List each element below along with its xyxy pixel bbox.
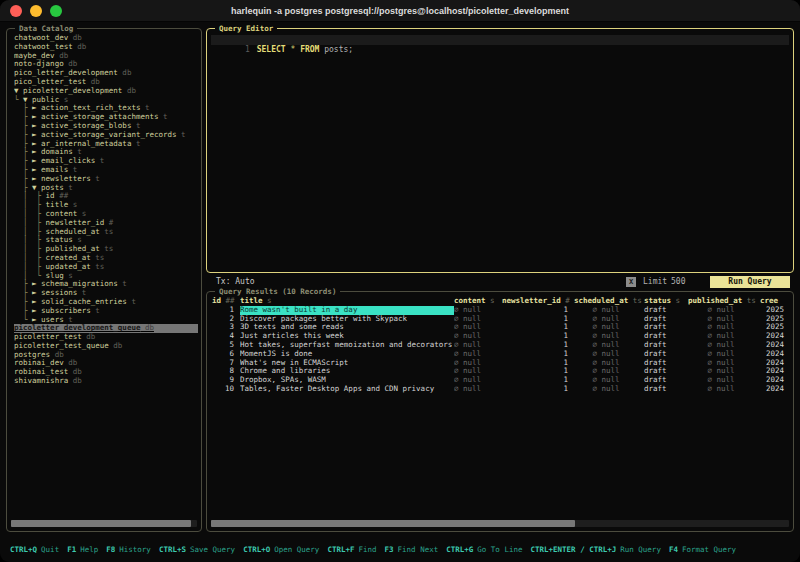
- table-cell[interactable]: draft: [644, 385, 688, 394]
- table-cell[interactable]: 1: [502, 350, 574, 359]
- table-cell[interactable]: ∅ null: [454, 359, 502, 368]
- table-cell[interactable]: ∅ null: [688, 385, 760, 394]
- table-cell[interactable]: ∅ null: [574, 359, 644, 368]
- table-cell[interactable]: ∅ null: [688, 323, 760, 332]
- column-header-newsletter_id[interactable]: newsletter_id #: [502, 297, 574, 306]
- table-cell[interactable]: ∅ null: [688, 367, 760, 376]
- table-row[interactable]: 2Discover packages better with Skypack∅ …: [212, 315, 790, 324]
- table-cell[interactable]: Chrome and libraries: [240, 367, 454, 376]
- table-cell[interactable]: ∅ null: [454, 306, 502, 315]
- table-cell[interactable]: 2024: [760, 367, 790, 376]
- table-cell[interactable]: ∅ null: [454, 376, 502, 385]
- query-editor-panel[interactable]: Query Editor 1SELECT * FROM posts;: [206, 28, 794, 273]
- column-header-published_at[interactable]: published_at ts: [688, 297, 760, 306]
- table-cell[interactable]: draft: [644, 332, 688, 341]
- column-header-id[interactable]: id ##: [212, 297, 240, 306]
- table-cell[interactable]: ∅ null: [688, 376, 760, 385]
- table-cell[interactable]: 1: [502, 367, 574, 376]
- table-cell[interactable]: ∅ null: [688, 341, 760, 350]
- table-row[interactable]: 1Rome wasn't built in a day∅ null1∅ null…: [212, 306, 790, 315]
- footer-binding-format-query[interactable]: F4Format Query: [669, 543, 736, 557]
- table-cell[interactable]: ∅ null: [454, 385, 502, 394]
- table-cell[interactable]: Just articles this week: [240, 332, 454, 341]
- catalog-tree[interactable]: chatwoot_dev dbchatwoot_test dbmaybe_dev…: [14, 34, 198, 517]
- table-cell[interactable]: Dropbox, SPAs, WASM: [240, 376, 454, 385]
- table-cell[interactable]: Hot takes, superfast memoization and dec…: [240, 341, 454, 350]
- footer-binding-find-next[interactable]: F3Find Next: [385, 543, 439, 557]
- table-cell[interactable]: ∅ null: [574, 323, 644, 332]
- catalog-scrollbar-thumb[interactable]: [11, 520, 191, 527]
- table-cell[interactable]: 2024: [760, 350, 790, 359]
- table-cell[interactable]: 8: [212, 367, 240, 376]
- table-cell[interactable]: ∅ null: [688, 359, 760, 368]
- column-header-scheduled_at[interactable]: scheduled_at ts: [574, 297, 644, 306]
- table-cell[interactable]: 1: [212, 306, 240, 315]
- table-cell[interactable]: ∅ null: [574, 367, 644, 376]
- table-cell[interactable]: 5: [212, 341, 240, 350]
- results-scrollbar-thumb[interactable]: [211, 520, 575, 527]
- table-cell[interactable]: 2024: [760, 332, 790, 341]
- table-cell[interactable]: ∅ null: [454, 350, 502, 359]
- table-cell[interactable]: 4: [212, 332, 240, 341]
- table-cell[interactable]: 1: [502, 315, 574, 324]
- minimize-icon[interactable]: [30, 5, 42, 17]
- table-cell[interactable]: 3D texts and some reads: [240, 323, 454, 332]
- editor-current-line[interactable]: 1SELECT * FROM posts;: [211, 35, 789, 45]
- table-cell[interactable]: 1: [502, 376, 574, 385]
- column-header-status[interactable]: status s: [644, 297, 688, 306]
- table-cell[interactable]: ∅ null: [454, 341, 502, 350]
- table-row[interactable]: 9Dropbox, SPAs, WASM∅ null1∅ nulldraft∅ …: [212, 376, 790, 385]
- table-cell[interactable]: ∅ null: [574, 306, 644, 315]
- table-cell[interactable]: 2024: [760, 376, 790, 385]
- table-row[interactable]: 6MomentJS is done∅ null1∅ nulldraft∅ nul…: [212, 350, 790, 359]
- close-icon[interactable]: [10, 5, 22, 17]
- table-cell[interactable]: ∅ null: [454, 315, 502, 324]
- column-header-content[interactable]: content s: [454, 297, 502, 306]
- table-cell[interactable]: draft: [644, 323, 688, 332]
- table-cell[interactable]: ∅ null: [688, 306, 760, 315]
- table-cell[interactable]: ∅ null: [454, 323, 502, 332]
- table-cell[interactable]: 2: [212, 315, 240, 324]
- table-cell[interactable]: 6: [212, 350, 240, 359]
- table-row[interactable]: 10Tables, Faster Desktop Apps and CDN pr…: [212, 385, 790, 394]
- table-cell[interactable]: 2024: [760, 359, 790, 368]
- maximize-icon[interactable]: [50, 5, 62, 17]
- table-cell[interactable]: 7: [212, 359, 240, 368]
- table-cell[interactable]: ∅ null: [574, 315, 644, 324]
- table-cell[interactable]: 9: [212, 376, 240, 385]
- table-cell[interactable]: 2024: [760, 385, 790, 394]
- table-cell[interactable]: What's new in ECMAScript: [240, 359, 454, 368]
- table-cell[interactable]: draft: [644, 306, 688, 315]
- table-cell[interactable]: ∅ null: [574, 341, 644, 350]
- table-cell[interactable]: draft: [644, 359, 688, 368]
- tree-item-shivamnishra[interactable]: shivamnishra db: [14, 377, 198, 386]
- table-cell[interactable]: ∅ null: [454, 367, 502, 376]
- footer-binding-go-to-line[interactable]: CTRL+GGo To Line: [446, 543, 522, 557]
- table-cell[interactable]: 1: [502, 306, 574, 315]
- column-header-cree[interactable]: cree: [760, 297, 790, 306]
- table-cell[interactable]: 2025: [760, 323, 790, 332]
- footer-binding-run-query[interactable]: CTRL+ENTER / CTRL+JRun Query: [530, 543, 660, 557]
- table-cell[interactable]: 10: [212, 385, 240, 394]
- footer-binding-find[interactable]: CTRL+FFind: [327, 543, 376, 557]
- table-cell[interactable]: ∅ null: [688, 350, 760, 359]
- transaction-mode-label[interactable]: Tx: Auto: [216, 277, 255, 286]
- table-cell[interactable]: ∅ null: [688, 332, 760, 341]
- table-row[interactable]: 7What's new in ECMAScript∅ null1∅ nulldr…: [212, 359, 790, 368]
- footer-binding-open-query[interactable]: CTRL+OOpen Query: [243, 543, 319, 557]
- results-table[interactable]: id ##title scontent snewsletter_id #sche…: [212, 297, 790, 517]
- table-cell[interactable]: 1: [502, 323, 574, 332]
- table-cell[interactable]: 1: [502, 332, 574, 341]
- table-cell[interactable]: ∅ null: [574, 385, 644, 394]
- table-cell[interactable]: 1: [502, 385, 574, 394]
- results-horizontal-scrollbar[interactable]: [211, 520, 789, 527]
- table-cell[interactable]: draft: [644, 376, 688, 385]
- table-cell[interactable]: Rome wasn't built in a day: [240, 306, 454, 315]
- table-cell[interactable]: 2025: [760, 306, 790, 315]
- footer-binding-help[interactable]: F1Help: [67, 543, 98, 557]
- table-cell[interactable]: Discover packages better with Skypack: [240, 315, 454, 324]
- table-cell[interactable]: ∅ null: [688, 315, 760, 324]
- table-cell[interactable]: draft: [644, 341, 688, 350]
- table-cell[interactable]: draft: [644, 367, 688, 376]
- table-cell[interactable]: 1: [502, 359, 574, 368]
